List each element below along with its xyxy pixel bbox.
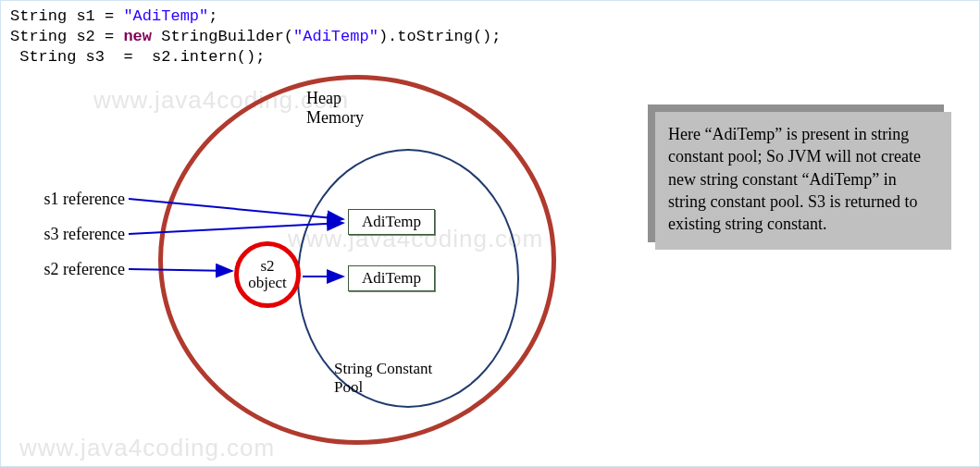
memory-diagram: Heap Memory String Constant Pool s2 obje…	[1, 75, 612, 463]
heap-memory-label: Heap Memory	[306, 89, 364, 127]
s2-reference-label: s2 reference	[14, 260, 125, 279]
pool-constant-aditemp-2: AdiTemp	[348, 265, 435, 291]
code-snippet: String s1 = "AdiTemp"; String s2 = new S…	[1, 1, 979, 73]
s3-reference-label: s3 reference	[14, 225, 125, 244]
s1-reference-label: s1 reference	[14, 190, 125, 209]
explanation-callout: Here “AdiTemp” is present in string cons…	[655, 112, 951, 250]
string-constant-pool-label: String Constant Pool	[334, 360, 432, 396]
s2-object-circle: s2 object	[234, 241, 301, 308]
pool-constant-aditemp-1: AdiTemp	[348, 209, 435, 235]
